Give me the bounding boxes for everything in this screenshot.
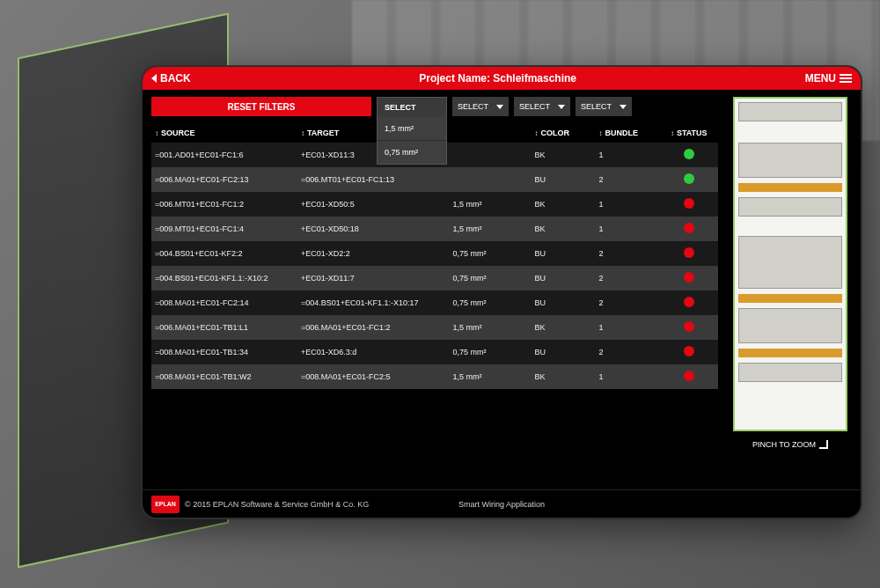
cell-color: BU	[532, 241, 596, 266]
col-bundle[interactable]: ↕BUNDLE	[596, 123, 660, 143]
cell-bundle: 2	[596, 340, 660, 364]
menu-label: MENU	[805, 72, 836, 85]
cell-status	[660, 167, 718, 192]
footer: EPLAN © 2015 EPLAN Software & Service Gm…	[143, 489, 861, 518]
cell-source: =009.MT01+EC01-FC1:4	[151, 217, 297, 241]
filter-select-color[interactable]: SELECT	[452, 97, 509, 116]
status-dot-red	[684, 223, 694, 233]
app-name: Smart Wiring Application	[458, 500, 545, 509]
app-window: BACK Project Name: Schleifmaschine MENU …	[141, 65, 862, 519]
table-row[interactable]: =006.MA01+EC01-FC2:13=006.MT01+EC01-FC1:…	[151, 167, 718, 192]
cell-status	[660, 192, 718, 217]
cell-status	[660, 266, 718, 290]
panel-block	[738, 363, 842, 382]
cell-color: BK	[532, 192, 596, 217]
sort-icon: ↕	[155, 129, 158, 137]
cell-cross-section: 0,75 mm²	[450, 241, 532, 266]
cell-color: BU	[532, 266, 596, 290]
filter-select-bundle[interactable]: SELECT	[514, 97, 570, 116]
page-title: Project Name: Schleifmaschine	[419, 72, 576, 85]
table-row[interactable]: =008.MA01+EC01-FC2:14=004.BS01+EC01-KF1.…	[151, 290, 718, 315]
wiring-table[interactable]: ↕SOURCE ↕TARGET ↕COLOR ↕BUNDLE ↕STATUS =…	[151, 123, 718, 489]
zoom-hint: PINCH TO ZOOM	[752, 440, 828, 449]
status-dot-red	[684, 371, 694, 381]
cell-bundle: 2	[596, 241, 660, 266]
cross-section-dropdown-open[interactable]: SELECT 1,5 mm² 0,75 mm²	[377, 97, 447, 165]
cell-target: =008.MA01+EC01-FC2:5	[297, 364, 450, 389]
status-dot-green	[684, 149, 694, 159]
cabinet-panel[interactable]	[733, 97, 847, 431]
reset-filters-button[interactable]: RESET FILTERS	[151, 97, 371, 116]
back-button[interactable]: BACK	[151, 72, 191, 85]
cell-color: BU	[532, 290, 596, 315]
menu-button[interactable]: MENU	[805, 72, 852, 85]
cell-cross-section	[450, 167, 532, 192]
titlebar: BACK Project Name: Schleifmaschine MENU	[143, 67, 861, 90]
cell-status	[660, 290, 718, 315]
table-row[interactable]: =006.MT01+EC01-FC1:2+EC01-XD50:51,5 mm²B…	[151, 192, 718, 217]
col-cross-section[interactable]	[450, 123, 532, 143]
cell-source: =006.MA01+EC01-FC2:13	[151, 167, 297, 192]
cell-cross-section: 1,5 mm²	[450, 364, 532, 389]
chevron-left-icon	[151, 74, 157, 83]
cell-status	[660, 241, 718, 266]
sort-icon: ↕	[535, 129, 539, 137]
cell-source: =006.MT01+EC01-FC1:2	[151, 192, 297, 217]
cell-bundle: 1	[596, 192, 660, 217]
cell-cross-section: 1,5 mm²	[450, 315, 532, 340]
cell-source: =004.BS01+EC01-KF1.1:-X10:2	[151, 266, 297, 290]
cell-source: =008.MA01+EC01-TB1:34	[151, 340, 297, 364]
cell-status	[660, 315, 718, 340]
cell-bundle: 1	[596, 315, 660, 340]
cell-target: +EC01-XD50:18	[297, 217, 450, 241]
chevron-down-icon	[558, 105, 565, 109]
panel-block	[738, 143, 842, 178]
panel-stripe	[738, 349, 842, 357]
table-row[interactable]: =008.MA01+EC01-TB1:W2=008.MA01+EC01-FC2:…	[151, 364, 718, 389]
status-dot-red	[684, 272, 694, 283]
sort-icon: ↕	[301, 129, 304, 137]
cell-target: +EC01-XD6.3:d	[297, 340, 450, 364]
cell-status	[660, 143, 718, 167]
cell-status	[660, 340, 718, 364]
cell-color: BU	[532, 167, 596, 192]
status-dot-red	[684, 346, 694, 356]
cell-bundle: 1	[596, 217, 660, 241]
table-row[interactable]: =004.BS01+EC01-KF1.1:-X10:2+EC01-XD11:70…	[151, 266, 718, 290]
cell-target: =006.MA01+EC01-FC1:2	[297, 315, 450, 340]
col-color[interactable]: ↕COLOR	[532, 123, 596, 143]
table-row[interactable]: =004.BS01+EC01-KF2:2+EC01-XD2:20,75 mm²B…	[151, 241, 718, 266]
cell-source: =008.MA01+EC01-FC2:14	[151, 290, 297, 315]
panel-stripe	[738, 183, 842, 192]
cell-cross-section: 0,75 mm²	[450, 340, 532, 364]
table-row[interactable]: =009.MT01+EC01-FC1:4+EC01-XD50:181,5 mm²…	[151, 217, 718, 241]
dropdown-option[interactable]: 0,75 mm²	[378, 140, 446, 164]
status-dot-red	[684, 297, 694, 307]
col-status[interactable]: ↕STATUS	[660, 123, 718, 143]
cell-bundle: 1	[596, 143, 660, 167]
filter-bar: RESET FILTERS SELECT 1,5 mm² 0,75 mm² SE…	[151, 97, 718, 116]
cell-cross-section: 1,5 mm²	[450, 217, 532, 241]
expand-icon	[819, 440, 828, 449]
panel-stripe	[738, 294, 842, 303]
cell-bundle: 2	[596, 266, 660, 290]
chevron-down-icon	[496, 105, 503, 109]
cell-status	[660, 364, 718, 389]
panel-block	[738, 236, 842, 289]
cell-status	[660, 217, 718, 241]
sort-icon: ↕	[599, 129, 603, 137]
dropdown-option[interactable]: 1,5 mm²	[378, 117, 446, 140]
cell-target: +EC01-XD50:5	[297, 192, 450, 217]
status-dot-green	[684, 173, 694, 184]
cell-cross-section: 0,75 mm²	[450, 266, 532, 290]
cell-bundle: 1	[596, 364, 660, 389]
table-row[interactable]: =008.MA01+EC01-TB1:34+EC01-XD6.3:d0,75 m…	[151, 340, 718, 364]
cell-color: BK	[532, 315, 596, 340]
filter-select-status[interactable]: SELECT	[576, 97, 632, 116]
cell-color: BK	[532, 364, 596, 389]
col-source[interactable]: ↕SOURCE	[151, 123, 297, 143]
cell-color: BU	[532, 340, 596, 364]
status-dot-red	[684, 198, 694, 209]
table-row[interactable]: =006.MA01+EC01-TB1:L1=006.MA01+EC01-FC1:…	[151, 315, 718, 340]
cell-cross-section	[450, 143, 532, 167]
